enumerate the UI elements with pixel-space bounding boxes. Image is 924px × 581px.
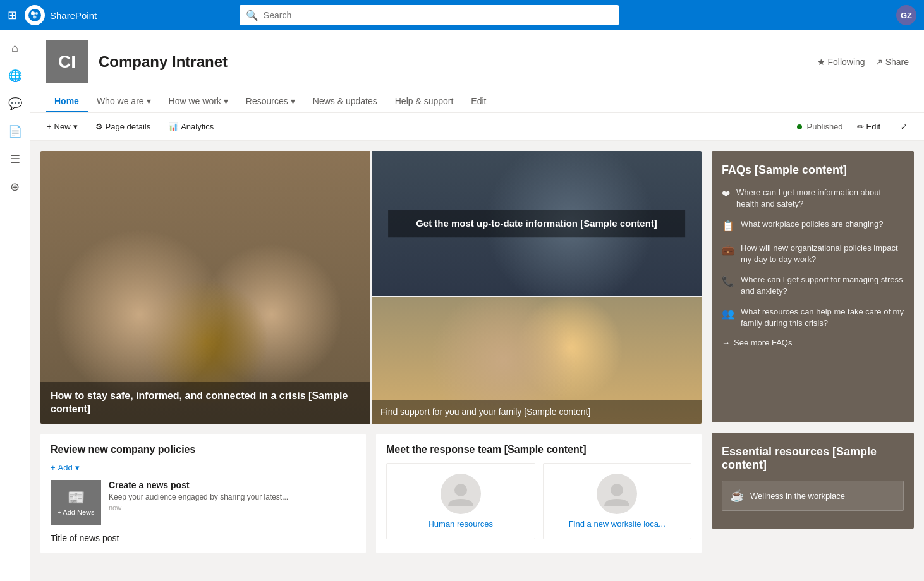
team-section: Meet the response team [Sample content] …: [376, 434, 702, 553]
site-header-actions: ★ Following ↗ Share: [817, 57, 909, 67]
faq-item-3[interactable]: 💼 How will new organizational policies i…: [722, 243, 904, 265]
news-title-placeholder: Title of news post: [51, 533, 356, 543]
published-dot: [797, 124, 802, 129]
left-sidebar: ⌂ 🌐 💬 📄 ☰ ⊕: [0, 30, 30, 581]
edit-label: Edit: [866, 122, 880, 131]
hero-card-3[interactable]: Find support for you and your family [Sa…: [372, 297, 702, 424]
family-icon: 👥: [722, 307, 734, 321]
pencil-icon: ✏: [857, 122, 864, 131]
sidebar-list-icon[interactable]: ☰: [3, 147, 28, 172]
team-card-2[interactable]: Find a new worksite loca...: [543, 463, 692, 539]
plus-icon: +: [47, 122, 52, 131]
page-toolbar: + New ▾ ⚙ Page details 📊 Analytics Publi…: [30, 113, 924, 141]
gear-icon: ⚙: [95, 122, 103, 131]
nav-news-updates[interactable]: News & updates: [304, 91, 386, 112]
sidebar-chat-icon[interactable]: 💬: [3, 91, 28, 116]
news-icon: 📰: [68, 489, 85, 506]
faq-text-3: How will new organizational policies imp…: [741, 243, 904, 265]
nav-how-we-work[interactable]: How we work ▾: [160, 91, 237, 112]
faq-text-1: Where can I get more information about h…: [736, 187, 904, 210]
following-button[interactable]: ★ Following: [817, 57, 865, 67]
team-grid: Human resources Find a new worksite loca: [386, 463, 691, 539]
global-search-box[interactable]: 🔍: [240, 5, 619, 25]
edit-button[interactable]: ✏ Edit: [851, 118, 887, 135]
add-news-label: + Add News: [57, 508, 94, 516]
page-details-label: Page details: [106, 122, 151, 131]
news-post-content: Create a news post Keep your audience en…: [109, 480, 356, 512]
policies-section: Review new company policies + Add ▾ 📰 + …: [40, 434, 366, 553]
resource-label-1: Wellness in the workplace: [750, 491, 845, 501]
app-logo[interactable]: SharePoint: [25, 5, 97, 25]
see-more-faqs-link[interactable]: → See more FAQs: [722, 338, 904, 347]
essential-title: Essential resources [Sample content]: [722, 445, 904, 472]
expand-icon: ⤢: [901, 122, 908, 131]
lower-section: Review new company policies + Add ▾ 📰 + …: [40, 434, 702, 553]
star-icon: ★: [817, 57, 825, 67]
faq-title: FAQs [Sample content]: [722, 164, 904, 177]
policies-title: Review new company policies: [51, 444, 356, 455]
svg-point-0: [28, 9, 41, 21]
faq-item-5[interactable]: 👥 What resources can help me take care o…: [722, 306, 904, 329]
nav-edit[interactable]: Edit: [462, 91, 495, 112]
news-post-time: now: [109, 504, 356, 512]
team-card-label-1: Human resources: [397, 519, 525, 529]
sidebar-home-icon[interactable]: ⌂: [3, 35, 28, 61]
logo-circle: [25, 5, 45, 25]
top-navigation: ⊞ SharePoint 🔍 GZ: [0, 0, 924, 30]
nav-home[interactable]: Home: [46, 91, 88, 112]
add-dropdown-button[interactable]: + Add ▾: [51, 463, 356, 472]
news-post-title: Create a news post: [109, 480, 356, 490]
nav-who-we-are[interactable]: Who we are ▾: [88, 91, 160, 112]
analytics-label: Analytics: [181, 122, 214, 131]
faq-panel: FAQs [Sample content] ❤ Where can I get …: [712, 151, 914, 422]
news-post-card: 📰 + Add News Create a news post Keep you…: [51, 480, 356, 525]
resource-card-1[interactable]: ☕ Wellness in the workplace: [722, 481, 904, 511]
team-card-label-2: Find a new worksite loca...: [554, 519, 681, 529]
faq-item-4[interactable]: 📞 Where can I get support for managing s…: [722, 274, 904, 297]
search-input[interactable]: [264, 10, 612, 20]
faq-item-2[interactable]: 📋 What workplace policies are changing?: [722, 219, 904, 233]
clipboard-icon: 📋: [722, 219, 734, 233]
analytics-button[interactable]: 📊 Analytics: [162, 118, 220, 135]
wellness-icon: ☕: [730, 489, 744, 503]
published-label: Published: [797, 122, 843, 131]
nav-resources[interactable]: Resources ▾: [237, 91, 304, 112]
site-nav: Home Who we are ▾ How we work ▾ Resource…: [46, 91, 909, 112]
sidebar-globe-icon[interactable]: 🌐: [3, 63, 28, 88]
chevron-down-icon: ▾: [147, 96, 151, 106]
app-name-label: SharePoint: [50, 10, 97, 21]
right-sidebar-wrapper: FAQs [Sample content] ❤ Where can I get …: [702, 151, 914, 529]
sidebar-document-icon[interactable]: 📄: [3, 119, 28, 144]
faq-item-1[interactable]: ❤ Where can I get more information about…: [722, 187, 904, 210]
site-title: Company Intranet: [99, 53, 807, 71]
new-button[interactable]: + New ▾: [40, 118, 84, 135]
sidebar-add-icon[interactable]: ⊕: [3, 174, 28, 200]
team-section-title: Meet the response team [Sample content]: [386, 444, 691, 455]
phone-icon: 📞: [722, 275, 734, 289]
hero-card-2[interactable]: Get the most up-to-date information [Sam…: [372, 151, 702, 296]
news-post-desc: Keep your audience engaged by sharing yo…: [109, 493, 356, 501]
faq-text-4: Where can I get support for managing str…: [741, 274, 904, 297]
site-logo: CI: [46, 40, 88, 83]
svg-point-7: [611, 484, 623, 496]
expand-button[interactable]: ⤢: [894, 118, 914, 135]
hero-caption-1: How to stay safe, informed, and connecte…: [40, 382, 370, 424]
chevron-down-icon-new: ▾: [73, 122, 78, 131]
waffle-menu-icon[interactable]: ⊞: [8, 8, 17, 22]
user-avatar[interactable]: GZ: [896, 5, 916, 25]
hero-section: How to stay safe, informed, and connecte…: [40, 151, 702, 553]
plus-icon-add: +: [51, 463, 56, 472]
team-card-1[interactable]: Human resources: [386, 463, 535, 539]
heart-icon: ❤: [722, 188, 730, 201]
hero-grid: How to stay safe, informed, and connecte…: [40, 151, 702, 424]
arrow-right-icon: →: [722, 338, 730, 347]
nav-help-support[interactable]: Help & support: [386, 91, 463, 112]
hero-caption-2: Get the most up-to-date information [Sam…: [388, 210, 685, 237]
hero-card-1[interactable]: How to stay safe, informed, and connecte…: [40, 151, 370, 424]
site-header: CI Company Intranet ★ Following ↗ Share: [30, 30, 924, 113]
share-button[interactable]: ↗ Share: [875, 57, 909, 67]
publish-status: Published ✏ Edit ⤢: [797, 118, 914, 135]
chevron-down-icon-3: ▾: [291, 96, 295, 106]
add-news-icon-button[interactable]: 📰 + Add News: [51, 480, 101, 525]
page-details-button[interactable]: ⚙ Page details: [89, 118, 157, 135]
